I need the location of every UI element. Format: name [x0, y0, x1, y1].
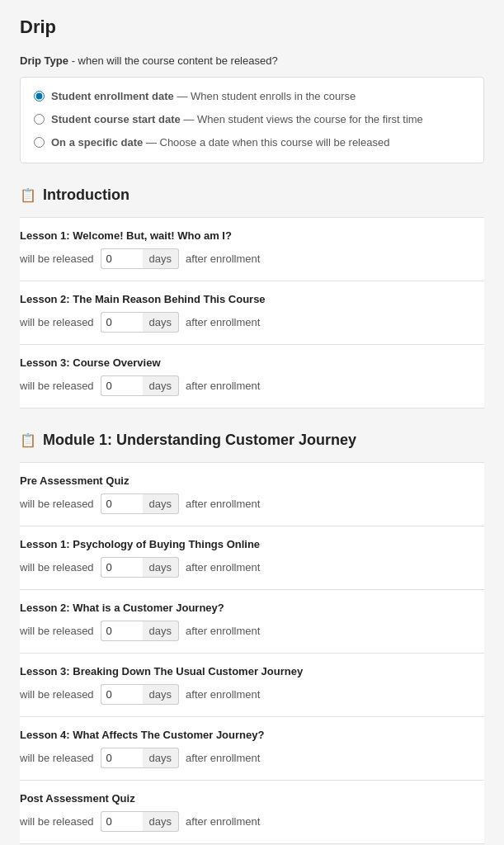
module1-section: 📋 Module 1: Understanding Customer Journ…: [20, 432, 484, 844]
lesson-m1-l4-will-be-released: will be released: [20, 752, 94, 764]
module1-icon: 📋: [20, 432, 36, 448]
drip-type-section: Drip Type - when will the course content…: [20, 54, 484, 163]
lesson-m1-l3-days-label: days: [143, 684, 179, 705]
lesson-m1-l4-title: Lesson 4: What Affects The Customer Jour…: [20, 729, 484, 741]
lesson-m1-pre-days-label: days: [143, 493, 179, 514]
lesson-m1-pre-will-be-released: will be released: [20, 498, 94, 510]
lesson-m1-l1-days-wrapper: days: [101, 557, 179, 578]
lesson-m1-l1-will-be-released: will be released: [20, 561, 94, 574]
lesson-intro-3-row: will be released days after enrollment: [20, 375, 484, 396]
page-title: Drip: [20, 17, 484, 38]
lesson-m1-l4-row: will be released days after enrollment: [20, 748, 484, 768]
lesson-m1-l3-row: will be released days after enrollment: [20, 684, 484, 705]
lesson-intro-3: Lesson 3: Course Overview will be releas…: [20, 344, 484, 408]
lesson-m1-l3-title: Lesson 3: Breaking Down The Usual Custom…: [20, 665, 484, 677]
radio-enrollment-bold: Student enrollment date: [51, 90, 174, 102]
lesson-intro-3-after: after enrollment: [186, 380, 260, 392]
radio-specific-date[interactable]: [34, 137, 45, 148]
radio-start-date[interactable]: [34, 114, 45, 125]
lesson-m1-post-days-label: days: [143, 811, 179, 832]
introduction-section: 📋 Introduction Lesson 1: Welcome! But, w…: [20, 186, 484, 408]
lesson-intro-1: Lesson 1: Welcome! But, wait! Who am I? …: [20, 217, 484, 281]
lesson-m1-l3-will-be-released: will be released: [20, 688, 94, 701]
lesson-m1-pre-row: will be released days after enrollment: [20, 493, 484, 514]
lesson-intro-2-row: will be released days after enrollment: [20, 312, 484, 333]
lesson-m1-l2: Lesson 2: What is a Customer Journey? wi…: [20, 589, 484, 653]
radio-enrollment-rest: — When student enrolls in the course: [174, 90, 356, 102]
lesson-m1-pre-after: after enrollment: [186, 498, 260, 510]
lesson-m1-l1-row: will be released days after enrollment: [20, 557, 484, 578]
lesson-m1-post-title: Post Assessment Quiz: [20, 792, 484, 805]
lesson-m1-l2-will-be-released: will be released: [20, 625, 94, 637]
lesson-m1-l3-after: after enrollment: [186, 688, 260, 701]
lesson-intro-3-days-label: days: [143, 375, 179, 396]
page-container: Drip Drip Type - when will the course co…: [0, 0, 504, 845]
lesson-intro-1-days-label: days: [143, 248, 179, 269]
lesson-m1-l1-title: Lesson 1: Psychology of Buying Things On…: [20, 538, 484, 550]
lesson-intro-2-after: after enrollment: [186, 316, 260, 328]
lesson-m1-l2-days-wrapper: days: [101, 621, 179, 641]
radio-option-start-date[interactable]: Student course start date — When student…: [34, 112, 470, 127]
lesson-intro-1-days-wrapper: days: [101, 248, 179, 269]
radio-option-specific-date[interactable]: On a specific date — Choose a date when …: [34, 135, 470, 150]
lesson-intro-1-after: after enrollment: [186, 253, 260, 265]
lesson-m1-pre-title: Pre Assessment Quiz: [20, 474, 484, 487]
lesson-m1-l4-days-label: days: [143, 748, 179, 768]
radio-start-date-bold: Student course start date: [51, 113, 181, 125]
lesson-m1-l2-after: after enrollment: [186, 625, 260, 637]
introduction-header: 📋 Introduction: [20, 186, 484, 204]
lesson-intro-2-will-be-released: will be released: [20, 316, 94, 328]
lesson-intro-2-title: Lesson 2: The Main Reason Behind This Co…: [20, 293, 484, 305]
lesson-m1-l4: Lesson 4: What Affects The Customer Jour…: [20, 716, 484, 780]
lesson-m1-l1-after: after enrollment: [186, 561, 260, 574]
lesson-intro-1-will-be-released: will be released: [20, 253, 94, 265]
lesson-m1-l2-title: Lesson 2: What is a Customer Journey?: [20, 602, 484, 614]
lesson-intro-2-days-wrapper: days: [101, 312, 179, 333]
module1-title: Module 1: Understanding Customer Journey: [43, 432, 356, 449]
radio-specific-date-text: On a specific date — Choose a date when …: [51, 135, 389, 150]
radio-specific-date-bold: On a specific date: [51, 136, 143, 149]
radio-option-enrollment[interactable]: Student enrollment date — When student e…: [34, 89, 470, 104]
drip-type-label-suffix: - when will the course content be releas…: [72, 54, 278, 67]
drip-type-options: Student enrollment date — When student e…: [20, 77, 484, 163]
lesson-m1-l1: Lesson 1: Psychology of Buying Things On…: [20, 526, 484, 589]
lesson-m1-post-row: will be released days after enrollment: [20, 811, 484, 832]
lesson-m1-post-after: after enrollment: [186, 815, 260, 828]
lesson-m1-post-days-wrapper: days: [101, 811, 179, 832]
lesson-m1-pre-days-wrapper: days: [101, 493, 179, 514]
lesson-m1-l2-days-label: days: [143, 621, 179, 641]
lesson-intro-3-will-be-released: will be released: [20, 380, 94, 392]
introduction-title: Introduction: [43, 186, 130, 204]
radio-specific-date-rest: — Choose a date when this course will be…: [143, 136, 389, 149]
lesson-m1-l3-days-wrapper: days: [101, 684, 179, 705]
drip-type-label-strong: Drip Type: [20, 54, 68, 67]
lesson-m1-post: Post Assessment Quiz will be released da…: [20, 780, 484, 844]
lesson-m1-l3: Lesson 3: Breaking Down The Usual Custom…: [20, 653, 484, 716]
radio-start-date-rest: — When student views the course for the …: [181, 113, 423, 125]
radio-start-date-text: Student course start date — When student…: [51, 112, 423, 127]
lesson-intro-3-title: Lesson 3: Course Overview: [20, 356, 484, 369]
lesson-intro-2: Lesson 2: The Main Reason Behind This Co…: [20, 281, 484, 344]
radio-enrollment-text: Student enrollment date — When student e…: [51, 89, 356, 104]
lesson-intro-1-title: Lesson 1: Welcome! But, wait! Who am I?: [20, 229, 484, 242]
radio-enrollment[interactable]: [34, 91, 45, 101]
lesson-m1-l1-days-label: days: [143, 557, 179, 578]
introduction-icon: 📋: [20, 187, 36, 203]
lesson-intro-3-days-wrapper: days: [101, 375, 179, 396]
drip-type-label: Drip Type - when will the course content…: [20, 54, 484, 67]
module1-header: 📋 Module 1: Understanding Customer Journ…: [20, 432, 484, 449]
lesson-m1-post-will-be-released: will be released: [20, 815, 94, 828]
lesson-m1-pre: Pre Assessment Quiz will be released day…: [20, 462, 484, 526]
lesson-m1-l4-days-wrapper: days: [101, 748, 179, 768]
lesson-m1-l2-row: will be released days after enrollment: [20, 621, 484, 641]
lesson-intro-1-row: will be released days after enrollment: [20, 248, 484, 269]
lesson-intro-2-days-label: days: [143, 312, 179, 333]
lesson-m1-l4-after: after enrollment: [186, 752, 260, 764]
